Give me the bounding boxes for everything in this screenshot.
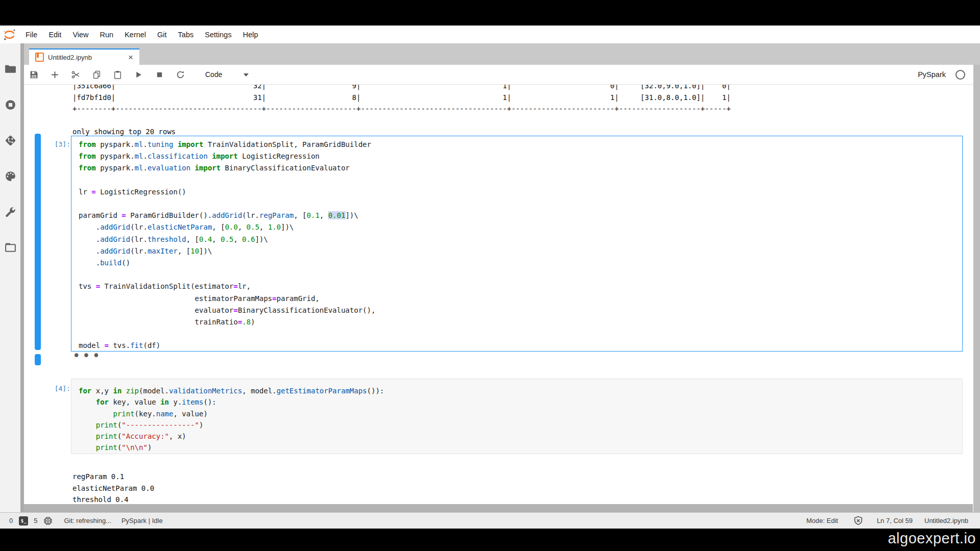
notebook-icon [35,53,44,62]
restart-kernel-icon[interactable] [176,70,185,79]
menu-item-settings[interactable]: Settings [199,31,237,39]
kernel-chip-icon[interactable] [43,516,53,525]
kernels-count[interactable]: 5 [34,517,37,524]
jupyterlab-window: FileEditViewRunKernelGitTabsSettingsHelp [0,0,980,551]
sidebar-splitter[interactable] [20,43,24,512]
menubar-items: FileEditViewRunKernelGitTabsSettingsHelp [20,31,263,39]
mode-indicator: Mode: Edit [806,517,838,524]
menu-item-edit[interactable]: Edit [43,31,67,39]
shield-x-icon[interactable] [853,516,863,525]
menu-item-help[interactable]: Help [237,31,264,39]
git-status[interactable]: Git: refreshing... [64,517,111,524]
cell3-output-collapser[interactable] [35,354,41,365]
top-black-band [0,0,980,26]
left-sidebar [0,43,20,512]
menu-item-run[interactable]: Run [94,31,119,39]
chevron-down-icon[interactable] [243,73,249,79]
paste-icon[interactable] [113,70,122,79]
vertical-scrollbar[interactable] [973,65,980,512]
menu-item-view[interactable]: View [67,31,94,39]
menu-item-kernel[interactable]: Kernel [119,31,152,39]
cell4-prompt: [4]: [24,385,70,392]
menu-item-file[interactable]: File [20,31,43,39]
run-icon[interactable] [134,70,143,79]
status-bar: 0 $_ 5 Git: refreshing... PySpark | Idle… [0,512,980,529]
horizontal-scrollbar[interactable] [24,504,973,512]
cell4-output-text: regParam 0.1 elasticNetParam 0.0 thresho… [72,471,154,504]
open-tabs-icon[interactable] [4,241,17,254]
statusbar-filename: Untitled2.ipynb [924,517,968,524]
jupyter-logo-icon [3,27,16,42]
menu-item-tabs[interactable]: Tabs [173,31,200,39]
git-icon[interactable] [4,134,17,147]
terminal-icon[interactable]: $_ [19,516,28,525]
file-browser-icon[interactable] [4,63,17,76]
kernel-name-button[interactable]: PySpark [918,70,946,79]
stop-icon[interactable] [155,70,164,79]
notebook-toolbar: Code PySpark [24,65,973,85]
wrench-icon[interactable] [4,206,17,218]
kernel-status-icon[interactable] [955,70,965,80]
cell4-editor[interactable]: for x,y in zip(model.validationMetrics, … [71,379,963,454]
menu-item-git[interactable]: Git [152,31,173,39]
tab-bar: Untitled2.ipynb × [24,43,980,65]
cell-type-dropdown[interactable]: Code [205,70,222,79]
watermark: algoexpert.io [888,530,976,547]
cut-icon[interactable] [71,70,80,79]
save-icon[interactable] [30,70,38,79]
running-kernels-icon[interactable] [4,98,17,111]
collapsed-output-button[interactable]: ••• [72,349,102,362]
cell3-prompt: [3]: [24,140,70,148]
cursor-position[interactable]: Ln 7, Col 59 [877,517,913,524]
cell3-collapser[interactable] [35,134,41,350]
tab-title: Untitled2.ipynb [48,54,128,61]
palette-icon[interactable] [4,170,17,183]
close-icon[interactable]: × [128,53,133,62]
kernel-status-text[interactable]: PySpark | Idle [121,517,163,524]
bottom-black-band: algoexpert.io [0,529,980,551]
menu-bar: FileEditViewRunKernelGitTabsSettingsHelp [0,26,980,43]
terminals-count[interactable]: 0 [9,517,13,524]
copy-icon[interactable] [92,70,101,79]
spark-table-output: |351c6a66| 32| 9| 1| 0| [32.0,9.0,1.0]| … [72,85,731,138]
add-cell-icon[interactable] [51,70,59,79]
cell3-editor[interactable]: from pyspark.ml.tuning import TrainValid… [71,136,963,352]
tab-untitled2[interactable]: Untitled2.ipynb × [29,48,139,65]
notebook-panel: |351c6a66| 32| 9| 1| 0| [32.0,9.0,1.0]| … [24,85,973,504]
